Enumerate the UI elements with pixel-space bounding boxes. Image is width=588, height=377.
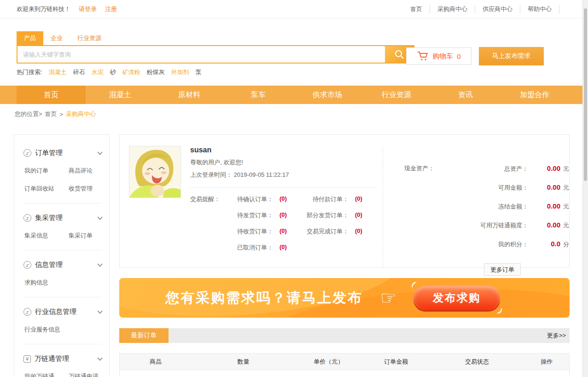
cart-count: 0 <box>457 52 460 60</box>
asset-unit: 元 <box>563 184 575 192</box>
sidebar-section-info-management[interactable]: z 信息管理 <box>23 261 102 269</box>
tab-company[interactable]: 企业 <box>43 31 70 45</box>
hot-link-cement[interactable]: 水泥 <box>92 68 104 76</box>
hot-link-slag-powder[interactable]: 矿渣粉 <box>122 68 140 76</box>
sidebar-item-purchase-request-info[interactable]: 求购信息 <box>24 278 69 287</box>
sidebar-item-order-recycle-bin[interactable]: 订单回收站 <box>24 185 69 193</box>
nav-pump-truck[interactable]: 泵车 <box>224 86 293 104</box>
section-title: 订单管理 <box>35 149 63 157</box>
pointing-hand-icon: ☞ <box>380 289 397 307</box>
reminder-value-partial-ship[interactable]: (0) <box>349 211 376 220</box>
scrollbar-thumb[interactable] <box>584 8 587 181</box>
nav-join-cooperation[interactable]: 加盟合作 <box>500 86 569 104</box>
asset-row-frozen: 冻结金额： 0.00 元 <box>383 202 575 221</box>
asset-unit: 元 <box>563 165 575 173</box>
hot-link-fly-ash[interactable]: 粉煤灰 <box>147 68 165 76</box>
sidebar-section-industry-info[interactable]: z 行业信息管理 <box>23 307 102 316</box>
asset-value: 0.00 <box>528 202 560 210</box>
breadcrumb-prefix: 您的位置> <box>15 110 42 118</box>
reminder-value-cancelled[interactable]: (0) <box>273 244 301 252</box>
chevron-down-icon <box>97 355 102 360</box>
sidebar-item-group-purchase-orders[interactable]: 集采订单 <box>69 232 102 240</box>
nav-concrete[interactable]: 混凝土 <box>86 86 155 104</box>
last-login: 上次登录时间： 2019-09-05 11:22:17 <box>190 171 376 179</box>
sidebar-item-industry-service-info[interactable]: 行业服务信息 <box>24 325 69 334</box>
divider <box>23 250 102 250</box>
order-management-icon: z <box>23 149 31 157</box>
sidebar-section-wanliantong[interactable]: ¥ 万链通管理 <box>23 354 102 363</box>
nav-home[interactable]: 首页 <box>17 86 86 104</box>
asset-label: 我的积分： <box>383 240 528 249</box>
section-title: 万链通管理 <box>35 354 69 363</box>
col-order-amount: 订单金额 <box>362 358 430 366</box>
login-link[interactable]: 请登录 <box>79 5 97 13</box>
sidebar-item-receiving-management[interactable]: 收货管理 <box>69 185 102 193</box>
reminder-label: 交易提醒： <box>190 195 231 252</box>
sidebar-item-wanliantong-apply[interactable]: 万链通申请 <box>69 372 102 377</box>
breadcrumb-current: 采购商中心 <box>66 110 96 118</box>
hot-link-admixture[interactable]: 外加剂 <box>171 68 189 76</box>
search-box <box>17 45 414 64</box>
search-input[interactable] <box>17 46 385 63</box>
asset-row-wanliantong-credit: 可用万链通额度： 0.00 元 <box>383 221 575 240</box>
asset-row-available: 可用金额： 0.00 元 <box>383 183 575 202</box>
info-management-icon: z <box>23 261 31 269</box>
page-scrollbar[interactable] <box>582 0 588 377</box>
nav-industry-resource[interactable]: 行业资源 <box>362 86 431 104</box>
publish-demand-button[interactable]: 马上发布需求 <box>479 47 544 65</box>
latest-orders-tab[interactable]: 最新订单 <box>119 328 169 343</box>
hot-link-gravel[interactable]: 碎石 <box>73 68 85 76</box>
banner-text: 您有采购需求吗？请马上发布 <box>165 289 363 307</box>
topbar-menu-supplier-center[interactable]: 供应商中心 <box>475 5 520 13</box>
asset-value: 0.00 <box>528 164 560 172</box>
reminder-value-completed[interactable]: (0) <box>349 227 376 236</box>
nav-raw-materials[interactable]: 原材料 <box>155 86 224 104</box>
sidebar: z 订单管理 我的订单 商品评论 订单回收站 收货管理 z 集采管理 集采信息 … <box>14 134 110 377</box>
reminder-label-to-pay: 待付款订单： <box>301 195 349 203</box>
industry-info-icon: z <box>23 308 31 316</box>
user-info: susan 尊敬的用户, 欢迎您! 上次登录时间： 2019-09-05 11:… <box>190 146 383 267</box>
search-header: 产品 企业 行业资源 购物车 0 马上发布需求 热门搜索: 混凝土 <box>0 18 582 86</box>
user-info-top: susan 尊敬的用户, 欢迎您! 上次登录时间： 2019-09-05 11:… <box>190 146 376 188</box>
hot-link-sand[interactable]: 砂 <box>110 68 116 76</box>
sidebar-section-order-management[interactable]: z 订单管理 <box>23 149 102 157</box>
breadcrumb-home[interactable]: 首页 <box>45 110 57 118</box>
user-greeting: 尊敬的用户, 欢迎您! <box>190 158 376 167</box>
tab-product[interactable]: 产品 <box>17 31 43 45</box>
reminder-value-to-pay[interactable]: (0) <box>349 195 376 203</box>
topbar-menu-help-center[interactable]: 帮助中心 <box>520 5 559 13</box>
more-orders-button[interactable]: 更多订单 <box>484 263 521 276</box>
orders-table: 商品 数量 单价（元） 订单金额 交易状态 操作 <box>119 353 570 377</box>
purchase-demand-banner[interactable]: 您有采购需求吗？请马上发布 ☞ 发布求购 <box>119 278 570 318</box>
sidebar-section-group-purchase[interactable]: z 集采管理 <box>23 214 102 222</box>
sidebar-item-my-wanliantong[interactable]: 我的万链通 <box>24 372 69 377</box>
order-management-items: 我的订单 商品评论 订单回收站 收货管理 <box>24 167 102 193</box>
chevron-down-icon <box>97 215 102 220</box>
tab-industry-resource[interactable]: 行业资源 <box>70 31 109 45</box>
sidebar-item-product-reviews[interactable]: 商品评论 <box>69 167 102 175</box>
cart-button[interactable]: 购物车 0 <box>406 47 472 65</box>
wanliantong-items: 我的万链通 万链通申请 万链通账单 <box>24 372 102 377</box>
reminder-value-to-confirm[interactable]: (0) <box>273 195 301 203</box>
more-orders-link[interactable]: 更多>> <box>547 331 566 340</box>
reminder-label-completed: 交易完成订单： <box>301 227 349 236</box>
hot-search-row: 热门搜索: 混凝土 碎石 水泥 砂 矿渣粉 粉煤灰 外加剂 泵 <box>17 68 582 76</box>
col-unit-price: 单价（元） <box>295 358 362 366</box>
orders-table-body <box>120 370 569 377</box>
asset-label: 冻结金额： <box>383 203 528 211</box>
sidebar-item-my-orders[interactable]: 我的订单 <box>24 167 69 175</box>
reminder-value-to-ship[interactable]: (0) <box>273 211 301 220</box>
nav-supply-demand-market[interactable]: 供求市场 <box>293 86 362 104</box>
hot-link-pump[interactable]: 泵 <box>196 68 202 76</box>
topbar-menu-buyer-center[interactable]: 采购商中心 <box>430 5 475 13</box>
register-link[interactable]: 注册 <box>105 5 117 13</box>
sidebar-item-group-purchase-info[interactable]: 集采信息 <box>24 232 69 240</box>
hot-link-concrete[interactable]: 混凝土 <box>49 68 67 76</box>
reminder-value-to-receive[interactable]: (0) <box>273 227 301 236</box>
asset-unit: 元 <box>563 203 575 211</box>
group-purchase-items: 集采信息 集采订单 <box>24 232 102 240</box>
topbar-menu-home[interactable]: 首页 <box>403 5 430 13</box>
wanliantong-yen-icon: ¥ <box>23 355 31 363</box>
nav-news[interactable]: 资讯 <box>431 86 500 104</box>
publish-purchase-button[interactable]: 发布求购 <box>413 286 500 310</box>
